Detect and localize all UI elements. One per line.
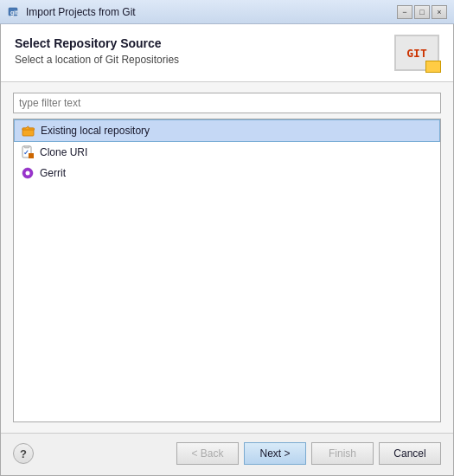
next-button[interactable]: Next > xyxy=(244,442,306,465)
help-button[interactable]: ? xyxy=(13,443,34,464)
title-bar-controls[interactable]: − □ × xyxy=(397,5,447,19)
cancel-button[interactable]: Cancel xyxy=(379,442,441,465)
finish-button[interactable]: Finish xyxy=(311,442,374,465)
filter-input[interactable] xyxy=(13,93,441,113)
svg-rect-4 xyxy=(24,145,29,148)
list-item-gerrit[interactable]: Gerrit xyxy=(14,163,440,183)
svg-rect-6 xyxy=(29,153,34,158)
svg-text:✓: ✓ xyxy=(23,149,29,157)
list-item-label-clone-uri: Clone URI xyxy=(40,146,87,158)
content-area: Existing local repository ✓ Clone URI xyxy=(1,82,453,433)
clone-uri-icon: ✓ xyxy=(21,145,35,159)
svg-rect-9 xyxy=(27,168,29,170)
svg-text:git: git xyxy=(10,10,18,16)
title-bar-icon: git xyxy=(7,5,21,19)
header-text: Select Repository Source Select a locati… xyxy=(15,36,394,66)
header-section: Select Repository Source Select a locati… xyxy=(1,24,453,82)
title-bar-title: Import Projects from Git xyxy=(26,6,397,18)
local-repo-icon xyxy=(22,124,35,138)
svg-point-8 xyxy=(26,171,30,176)
header-subtitle: Select a location of Git Repositories xyxy=(15,54,394,66)
list-item-existing-local[interactable]: Existing local repository xyxy=(14,119,440,142)
svg-rect-10 xyxy=(27,177,29,179)
list-item-label-gerrit: Gerrit xyxy=(40,167,66,179)
repository-list: Existing local repository ✓ Clone URI xyxy=(13,119,441,422)
maximize-button[interactable]: □ xyxy=(414,5,430,19)
back-button[interactable]: < Back xyxy=(176,442,239,465)
button-area: ? < Back Next > Finish Cancel xyxy=(1,433,453,475)
header-title: Select Repository Source xyxy=(15,36,394,50)
list-item-clone-uri[interactable]: ✓ Clone URI xyxy=(14,142,440,163)
close-button[interactable]: × xyxy=(432,5,447,19)
dialog-body: Select Repository Source Select a locati… xyxy=(0,24,454,476)
svg-rect-12 xyxy=(31,172,34,174)
list-item-label-existing-local: Existing local repository xyxy=(41,125,150,137)
title-bar: git Import Projects from Git − □ × xyxy=(0,0,454,24)
gerrit-icon xyxy=(21,166,35,180)
git-logo: GIT xyxy=(394,35,439,71)
svg-rect-11 xyxy=(22,172,25,174)
minimize-button[interactable]: − xyxy=(397,5,412,19)
